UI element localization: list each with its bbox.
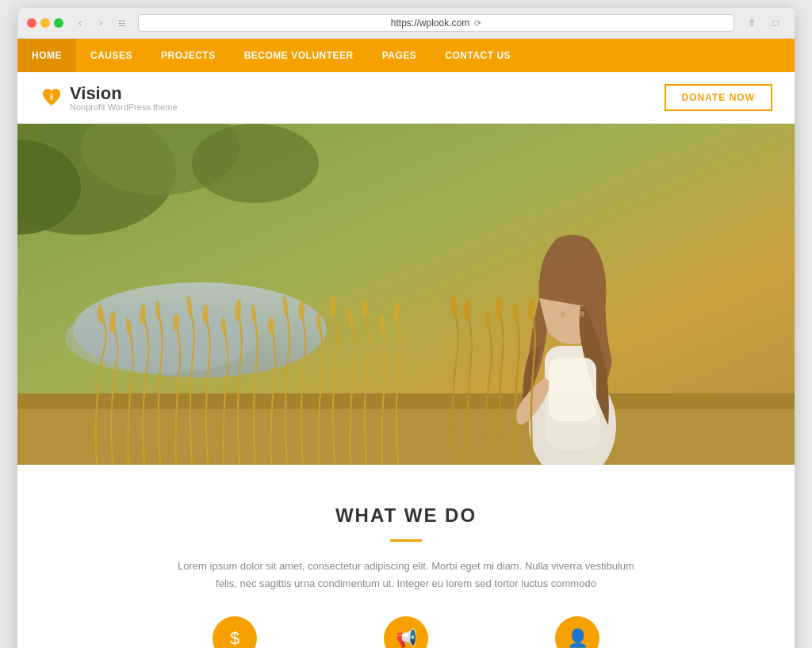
- what-we-do-section: WHAT WE DO Lorem ipsum dolor sit amet, c…: [17, 465, 795, 648]
- nav-become-volunteer[interactable]: BECOME VOLUNTEER: [230, 39, 368, 72]
- share-button[interactable]: ⇧: [742, 14, 761, 32]
- section-body-text: Lorem ipsum dolor sit amet, consectetur …: [176, 558, 636, 592]
- nav-pages[interactable]: PAGES: [368, 39, 431, 72]
- logo-text: Vision Nonprofit WordPress theme: [70, 83, 178, 112]
- megaphone-icon: 📢: [396, 628, 417, 648]
- website-content: HOME CAUSES PROJECTS BECOME VOLUNTEER PA…: [17, 39, 795, 648]
- logo-title: Vision: [70, 83, 178, 104]
- tabs-button[interactable]: □: [766, 14, 785, 32]
- logo-heart-icon: [40, 86, 63, 109]
- megaphone-icon-circle[interactable]: 📢: [384, 616, 428, 648]
- bottom-icons: $ 📢 👤: [33, 592, 779, 648]
- section-divider: [390, 539, 422, 542]
- nav-home[interactable]: HOME: [17, 39, 76, 72]
- grid-button[interactable]: ☷: [113, 14, 130, 32]
- url-text: https://wplook.com: [391, 17, 469, 29]
- logo-subtitle: Nonprofit WordPress theme: [70, 102, 178, 112]
- browser-navigation: ‹ › ☷: [71, 14, 130, 32]
- svg-rect-41: [17, 124, 795, 465]
- donate-now-button[interactable]: DONATE NOW: [665, 84, 772, 111]
- minimize-button[interactable]: [40, 18, 50, 28]
- back-button[interactable]: ‹: [71, 14, 89, 32]
- hero-image: [17, 124, 795, 465]
- person-icon-circle[interactable]: 👤: [555, 616, 599, 648]
- browser-traffic-lights: [27, 18, 63, 28]
- site-header: Vision Nonprofit WordPress theme DONATE …: [17, 72, 795, 124]
- forward-button[interactable]: ›: [92, 14, 109, 32]
- navigation-bar: HOME CAUSES PROJECTS BECOME VOLUNTEER PA…: [17, 39, 795, 72]
- browser-chrome: ‹ › ☷ https://wplook.com ⟳ ⇧ □: [17, 8, 795, 39]
- browser-actions: ⇧ □: [742, 14, 785, 32]
- section-title: WHAT WE DO: [33, 504, 779, 527]
- close-button[interactable]: [27, 18, 36, 28]
- nav-projects[interactable]: PROJECTS: [147, 39, 230, 72]
- address-bar[interactable]: https://wplook.com ⟳: [138, 14, 734, 32]
- refresh-icon[interactable]: ⟳: [474, 18, 481, 29]
- nav-contact-us[interactable]: CONTACT US: [431, 39, 525, 72]
- nav-causes[interactable]: CAUSES: [76, 39, 147, 72]
- dollar-icon: $: [230, 628, 239, 648]
- maximize-button[interactable]: [54, 18, 63, 28]
- person-icon: 👤: [567, 628, 588, 648]
- hero-section: [17, 124, 795, 465]
- dollar-icon-circle[interactable]: $: [213, 616, 257, 648]
- logo-area: Vision Nonprofit WordPress theme: [40, 83, 178, 112]
- browser-window: ‹ › ☷ https://wplook.com ⟳ ⇧ □ HOME CAUS…: [17, 8, 795, 648]
